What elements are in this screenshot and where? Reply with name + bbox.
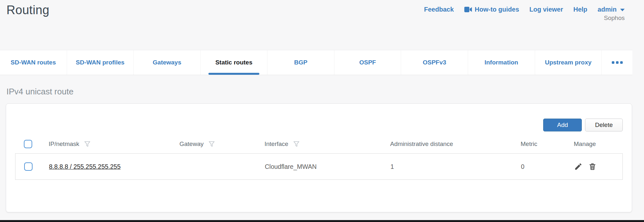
section-heading: IPv4 unicast route (6, 87, 644, 97)
ellipsis-icon (616, 61, 619, 64)
select-all-checkbox[interactable] (24, 140, 32, 148)
table-row: 8.8.8.8 / 255.255.255.255 Cloudflare_MWA… (15, 153, 623, 180)
tab-static-routes[interactable]: Static routes (200, 50, 267, 75)
routing-tabbar: SD-WAN routes SD-WAN profiles Gateways S… (0, 50, 632, 75)
tab-ospfv3[interactable]: OSPFv3 (401, 50, 468, 75)
video-camera-icon (464, 6, 472, 13)
help-label: Help (573, 6, 587, 13)
top-navigation: Feedback How-to guides Log viewer Help a… (424, 3, 625, 22)
column-header-interface: Interface (264, 140, 288, 148)
add-button[interactable]: Add (543, 119, 582, 131)
tab-sdwan-routes[interactable]: SD-WAN routes (0, 50, 67, 75)
tab-ospf[interactable]: OSPF (334, 50, 401, 75)
help-link[interactable]: Help (573, 6, 587, 13)
ellipsis-icon (612, 61, 614, 64)
ellipsis-icon (620, 61, 623, 64)
delete-button[interactable]: Delete (585, 119, 623, 131)
howto-guides-link[interactable]: How-to guides (464, 6, 519, 13)
filter-icon[interactable] (84, 140, 91, 148)
log-viewer-label: Log viewer (529, 6, 563, 13)
tab-upstream-proxy[interactable]: Upstream proxy (535, 50, 602, 75)
delete-trash-icon[interactable] (588, 162, 597, 171)
edit-pencil-icon[interactable] (574, 162, 582, 171)
route-ip-netmask-link[interactable]: 8.8.8.8 / 255.255.255.255 (49, 163, 120, 170)
feedback-label: Feedback (424, 6, 454, 13)
howto-guides-label: How-to guides (475, 6, 519, 13)
tab-overflow-button[interactable] (601, 50, 632, 75)
tab-gateways[interactable]: Gateways (133, 50, 200, 75)
log-viewer-link[interactable]: Log viewer (529, 6, 563, 13)
routes-card: Add Delete IP/netmask Gateway Interface (6, 103, 632, 212)
bottom-bar (0, 220, 644, 222)
feedback-link[interactable]: Feedback (424, 6, 454, 13)
column-header-manage: Manage (574, 140, 596, 148)
route-administrative-distance-value: 1 (390, 163, 394, 170)
main-content: IPv4 unicast route Add Delete IP/netmask… (0, 87, 644, 212)
tab-bgp[interactable]: BGP (267, 50, 334, 75)
admin-label: admin (598, 6, 617, 13)
route-metric-value: 0 (521, 163, 524, 170)
brand-label: Sophos (604, 14, 625, 22)
column-header-administrative-distance: Administrative distance (390, 140, 453, 148)
table-toolbar: Add Delete (15, 119, 623, 131)
column-header-metric: Metric (521, 140, 537, 148)
page-header: Routing Feedback How-to guides Log viewe… (0, 0, 632, 50)
filter-icon[interactable] (293, 140, 300, 148)
column-header-gateway: Gateway (179, 140, 204, 148)
chevron-down-icon (620, 9, 625, 11)
tab-information[interactable]: Information (468, 50, 535, 75)
column-header-ip-netmask: IP/netmask (49, 140, 79, 148)
page-title: Routing (6, 3, 49, 17)
tab-sdwan-profiles[interactable]: SD-WAN profiles (67, 50, 134, 75)
row-checkbox[interactable] (24, 162, 33, 171)
route-interface-value: Cloudflare_MWAN (265, 163, 317, 170)
filter-icon[interactable] (208, 140, 215, 148)
table-header-row: IP/netmask Gateway Interface Administrat… (15, 140, 623, 148)
admin-menu[interactable]: admin (598, 6, 625, 13)
